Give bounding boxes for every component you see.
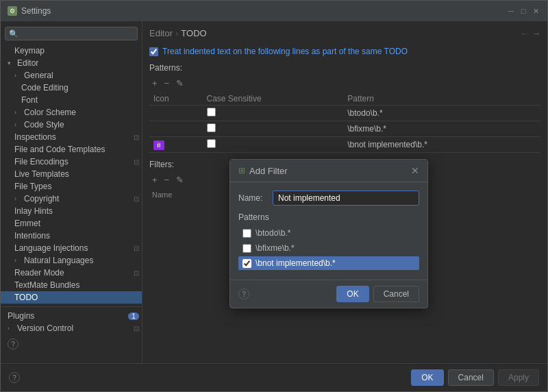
sidebar-item-label: Reader Mode xyxy=(14,268,64,278)
treat-indented-row: Treat indented text on the following lin… xyxy=(149,47,540,56)
sidebar-item-todo[interactable]: TODO xyxy=(1,291,142,304)
modal-ok-button[interactable]: OK xyxy=(336,286,369,302)
sidebar-item-label: Language Injections xyxy=(14,243,88,253)
forward-button[interactable]: → xyxy=(532,28,540,38)
patterns-table: Icon Case Sensitive Pattern \btodo\b.* xyxy=(149,93,540,153)
chevron-down-icon: ▾ xyxy=(8,60,14,66)
modal-help-icon[interactable]: ? xyxy=(238,289,249,299)
sidebar-item-label: General xyxy=(24,71,53,80)
modal-body: Name: Patterns \btodo\b.* \bfixme\b.* \b… xyxy=(230,182,427,280)
patterns-section-label: Patterns: xyxy=(149,63,540,73)
apply-button[interactable]: Apply xyxy=(498,369,539,386)
add-filter-modal: ⊞ Add Filter ✕ Name: Patterns \btodo\b.*… xyxy=(229,159,428,308)
modal-icon: ⊞ xyxy=(238,166,245,175)
sidebar-item-reader-mode[interactable]: Reader Mode ⊡ xyxy=(1,267,142,279)
chevron-right-icon: › xyxy=(14,257,21,264)
sidebar-item-font[interactable]: Font xyxy=(1,94,142,106)
sidebar-item-label: File Encodings xyxy=(14,157,68,167)
add-pattern-button[interactable]: + xyxy=(149,77,160,90)
search-icon: 🔍 xyxy=(9,29,18,38)
sidebar-item-label: Intentions xyxy=(14,231,50,241)
sidebar-item-inlay-hints[interactable]: Inlay Hints xyxy=(1,205,142,217)
modal-pattern-label: \bfixme\b.* xyxy=(256,243,295,253)
add-filter-button[interactable]: + xyxy=(149,173,160,186)
sidebar-item-inspections[interactable]: Inspections ⊡ xyxy=(1,131,142,143)
sidebar-item-version-control[interactable]: › Version Control ⊡ xyxy=(1,322,142,334)
settings-icon: ⊡ xyxy=(134,245,139,252)
sidebar-item-color-scheme[interactable]: › Color Scheme xyxy=(1,106,142,119)
sidebar-item-natural-languages[interactable]: › Natural Languages xyxy=(1,254,142,267)
sidebar-item-file-code-templates[interactable]: File and Code Templates xyxy=(1,143,142,156)
edit-filter-button[interactable]: ✎ xyxy=(173,173,186,186)
sidebar-item-code-editing[interactable]: Code Editing xyxy=(1,82,142,94)
breadcrumb-parent: Editor xyxy=(149,28,173,38)
modal-titlebar: ⊞ Add Filter ✕ xyxy=(230,160,427,182)
modal-pattern-label: \bnot implemented\b.* xyxy=(256,258,336,268)
titlebar-left: ⚙ Settings xyxy=(8,6,51,16)
search-box[interactable]: 🔍 xyxy=(5,27,138,40)
sidebar-item-general[interactable]: › General xyxy=(1,69,142,82)
modal-pattern-item-not-implemented[interactable]: \bnot implemented\b.* xyxy=(238,256,419,270)
sidebar-item-code-style[interactable]: › Code Style xyxy=(1,119,142,131)
settings-icon: ⊡ xyxy=(134,325,139,332)
patterns-toolbar: + − ✎ xyxy=(149,77,540,90)
sidebar-item-label: Editor xyxy=(17,58,38,68)
window-title: Settings xyxy=(21,6,51,16)
sidebar-item-editor[interactable]: ▾ Editor xyxy=(1,57,142,69)
sidebar-item-label: Inlay Hints xyxy=(14,206,53,216)
sidebar-item-keymap[interactable]: Keymap xyxy=(1,45,142,57)
close-button[interactable]: ✕ xyxy=(531,6,540,16)
chevron-right-icon: › xyxy=(14,72,21,79)
sidebar-item-copyright[interactable]: › Copyright ⊡ xyxy=(1,193,142,205)
modal-name-input[interactable] xyxy=(273,191,419,206)
minimize-button[interactable]: ─ xyxy=(506,6,516,16)
case-checkbox[interactable] xyxy=(207,123,216,132)
sidebar-item-textmate-bundles[interactable]: TextMate Bundles xyxy=(1,279,142,291)
modal-cancel-button[interactable]: Cancel xyxy=(373,286,419,302)
modal-pattern-label: \btodo\b.* xyxy=(256,228,290,238)
sidebar-item-label: Color Scheme xyxy=(24,108,76,117)
help-button[interactable]: ? xyxy=(8,339,18,350)
sidebar-item-label: Plugins xyxy=(8,311,34,321)
sidebar-item-language-injections[interactable]: Language Injections ⊡ xyxy=(1,242,142,254)
sidebar-item-label: Natural Languages xyxy=(24,256,93,265)
sidebar-item-label: Version Control xyxy=(17,323,73,333)
sidebar-item-label: Code Editing xyxy=(21,83,68,93)
treat-indented-checkbox[interactable] xyxy=(149,47,158,56)
ok-button[interactable]: OK xyxy=(411,369,443,386)
case-checkbox[interactable] xyxy=(207,139,216,148)
remove-pattern-button[interactable]: − xyxy=(162,77,173,90)
case-cell xyxy=(203,121,344,137)
remove-filter-button[interactable]: − xyxy=(162,173,173,186)
breadcrumb: Editor › TODO ← → xyxy=(149,28,540,38)
modal-pattern-checkbox-not-implemented[interactable] xyxy=(242,259,251,268)
col-case: Case Sensitive xyxy=(203,93,344,106)
sidebar-item-label: Inspections xyxy=(14,132,56,142)
chevron-right-icon: › xyxy=(8,325,14,332)
modal-name-field: Name: xyxy=(238,191,419,206)
sidebar-item-emmet[interactable]: Emmet xyxy=(1,217,142,230)
breadcrumb-current: TODO xyxy=(181,28,206,38)
sidebar-item-label: Emmet xyxy=(14,219,40,228)
sidebar-item-file-encodings[interactable]: File Encodings ⊡ xyxy=(1,156,142,168)
back-button[interactable]: ← xyxy=(520,28,529,38)
help-icon[interactable]: ? xyxy=(9,372,20,383)
case-checkbox[interactable] xyxy=(207,108,216,117)
modal-patterns-label: Patterns xyxy=(238,212,419,222)
sidebar-item-plugins[interactable]: Plugins 1 xyxy=(1,310,142,322)
search-input[interactable] xyxy=(21,29,134,38)
modal-pattern-checkbox-todo[interactable] xyxy=(242,229,251,238)
table-row: \bfixme\b.* xyxy=(149,121,540,137)
maximize-button[interactable]: □ xyxy=(519,6,528,16)
edit-pattern-button[interactable]: ✎ xyxy=(173,77,186,90)
modal-close-button[interactable]: ✕ xyxy=(411,165,419,176)
table-row: \btodo\b.* xyxy=(149,106,540,121)
chevron-right-icon: › xyxy=(14,109,21,116)
col-icon: Icon xyxy=(149,93,203,106)
cancel-button[interactable]: Cancel xyxy=(448,369,494,386)
modal-pattern-checkbox-fixme[interactable] xyxy=(242,244,251,253)
sidebar-item-live-templates[interactable]: Live Templates xyxy=(1,168,142,180)
sidebar-item-intentions[interactable]: Intentions xyxy=(1,230,142,242)
sidebar-item-file-types[interactable]: File Types xyxy=(1,180,142,193)
modal-name-label: Name: xyxy=(238,193,267,203)
